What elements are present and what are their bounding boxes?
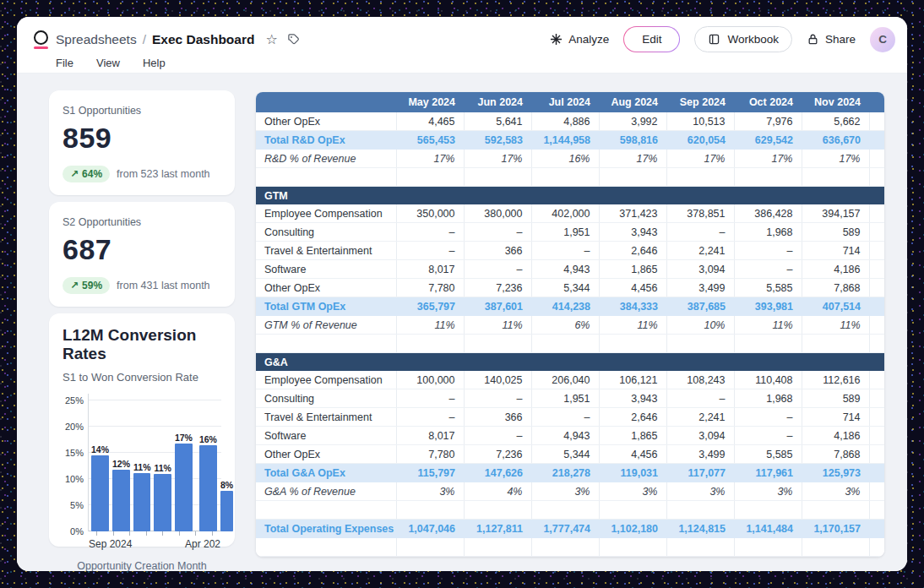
cell-partial[interactable] [869, 464, 884, 482]
cell[interactable]: 4% [464, 482, 531, 501]
cell[interactable]: 714 [802, 242, 869, 260]
cell[interactable]: 592,583 [464, 131, 531, 150]
cell[interactable] [396, 168, 464, 187]
bar[interactable] [199, 445, 217, 531]
favorite-star-icon[interactable]: ☆ [265, 33, 277, 46]
cell[interactable]: 17% [734, 150, 802, 168]
row-label-cell[interactable]: Consulting [256, 223, 396, 242]
cell[interactable]: 3% [531, 482, 599, 501]
cell[interactable]: 3,943 [599, 389, 666, 408]
cell[interactable]: 1,102,180 [599, 520, 666, 538]
cell[interactable]: 11% [464, 316, 531, 335]
cell[interactable]: 112,616 [802, 371, 869, 389]
row-label-cell[interactable]: Total Operating Expenses [256, 520, 396, 538]
app-logo[interactable] [33, 30, 48, 49]
cell[interactable]: 5,662 [802, 112, 869, 131]
cell[interactable]: 380,000 [464, 204, 531, 223]
cell-partial[interactable] [869, 223, 884, 242]
cell[interactable]: 110,408 [734, 371, 802, 389]
cell-partial[interactable] [869, 316, 884, 335]
cell[interactable]: 387,601 [464, 297, 531, 316]
cell[interactable]: 4,943 [531, 260, 599, 279]
row-label-cell[interactable]: Travel & Entertainment [256, 408, 396, 427]
cell[interactable]: 350,000 [396, 204, 464, 223]
cell[interactable] [464, 335, 531, 353]
cell[interactable]: 17% [464, 150, 531, 168]
cell[interactable]: 714 [802, 408, 869, 427]
cell[interactable] [666, 335, 734, 353]
cell[interactable] [531, 538, 599, 557]
analyze-button[interactable]: Analyze [550, 33, 609, 46]
cell[interactable]: 117,961 [734, 464, 802, 482]
share-button[interactable]: Share [807, 33, 856, 46]
cell[interactable]: – [734, 427, 802, 445]
cell[interactable]: 147,626 [464, 464, 531, 482]
cell-partial[interactable] [869, 242, 884, 260]
cell[interactable]: 589 [802, 389, 869, 408]
cell[interactable]: 1,865 [599, 427, 666, 445]
row-label-column-header[interactable] [256, 92, 396, 112]
user-avatar[interactable]: C [870, 27, 895, 52]
cell[interactable] [869, 538, 884, 557]
cell[interactable]: 5,344 [531, 279, 599, 297]
cell[interactable]: 119,031 [599, 464, 666, 482]
cell[interactable]: 17% [666, 150, 734, 168]
cell[interactable]: 393,981 [734, 297, 802, 316]
cell[interactable]: 5,344 [531, 445, 599, 464]
cell-partial[interactable] [869, 408, 884, 427]
cell[interactable]: – [666, 389, 734, 408]
cell[interactable] [869, 501, 884, 520]
cell[interactable]: 11% [802, 316, 869, 335]
cell[interactable]: 2,646 [599, 408, 666, 427]
row-label-cell[interactable]: Other OpEx [256, 445, 396, 464]
cell[interactable]: 3,992 [599, 112, 666, 131]
cell-partial[interactable] [869, 427, 884, 445]
cell[interactable]: – [531, 242, 599, 260]
cell[interactable] [599, 335, 666, 353]
cell[interactable]: – [464, 223, 531, 242]
cell[interactable]: 1,170,157 [802, 520, 869, 538]
cell[interactable]: 7,780 [396, 279, 464, 297]
cell[interactable]: 636,670 [802, 131, 869, 150]
cell[interactable] [599, 168, 666, 187]
cell[interactable]: – [734, 408, 802, 427]
row-label-cell[interactable]: GTM % of Revenue [256, 316, 396, 335]
cell[interactable] [256, 538, 396, 557]
cell[interactable]: 4,456 [599, 445, 666, 464]
cell[interactable]: 16% [531, 150, 599, 168]
cell[interactable]: 106,121 [599, 371, 666, 389]
cell[interactable]: 620,054 [666, 131, 734, 150]
cell[interactable]: – [734, 260, 802, 279]
cell[interactable]: – [734, 242, 802, 260]
cell-partial[interactable] [869, 389, 884, 408]
cell-partial[interactable] [869, 445, 884, 464]
cell[interactable]: 565,453 [396, 131, 464, 150]
cell[interactable]: 8,017 [396, 260, 464, 279]
tag-icon[interactable] [287, 33, 300, 46]
row-label-cell[interactable]: Consulting [256, 389, 396, 408]
cell[interactable]: 4,943 [531, 427, 599, 445]
cell[interactable] [599, 538, 666, 557]
row-label-cell[interactable]: Software [256, 427, 396, 445]
cell[interactable]: 5,641 [464, 112, 531, 131]
cell[interactable]: 100,000 [396, 371, 464, 389]
row-label-cell[interactable]: G&A % of Revenue [256, 482, 396, 501]
cell[interactable]: 3,094 [666, 427, 734, 445]
cell[interactable]: 3% [802, 482, 869, 501]
column-header[interactable]: May 2024 [396, 92, 464, 112]
cell[interactable]: 407,514 [802, 297, 869, 316]
cell[interactable]: 1,141,484 [734, 520, 802, 538]
cell[interactable]: 394,157 [802, 204, 869, 223]
cell[interactable] [734, 538, 802, 557]
row-label-cell[interactable]: Software [256, 260, 396, 279]
cell[interactable] [666, 168, 734, 187]
cell[interactable] [802, 335, 869, 353]
workbook-button[interactable]: Workbook [694, 26, 792, 52]
cell[interactable]: 371,423 [599, 204, 666, 223]
menu-item-help[interactable]: Help [143, 57, 166, 69]
cell[interactable] [396, 538, 464, 557]
cell[interactable]: 7,236 [464, 445, 531, 464]
bar[interactable] [91, 455, 109, 531]
cell-partial[interactable] [869, 297, 884, 316]
cell[interactable]: – [464, 389, 531, 408]
